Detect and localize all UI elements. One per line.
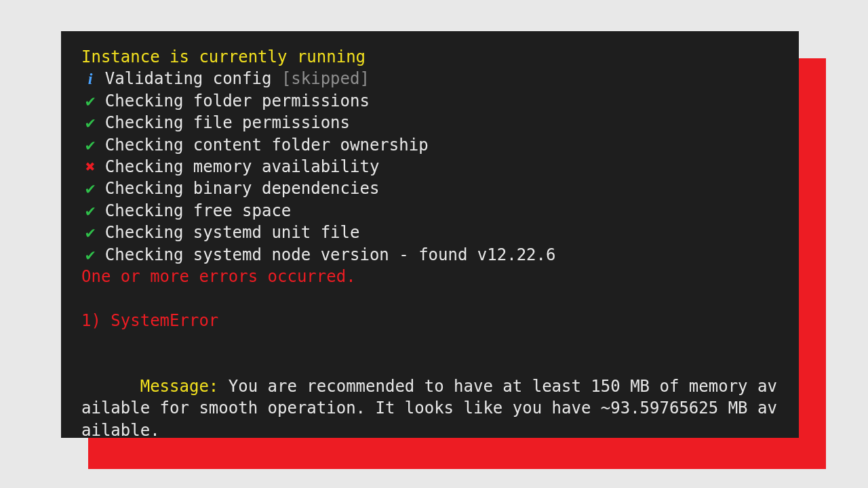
check-text: Checking binary dependencies xyxy=(105,179,380,198)
checks-list: iValidating config [skipped]✔Checking fo… xyxy=(81,68,778,266)
check-text: Checking folder permissions xyxy=(105,92,370,110)
check-line: ✔Checking free space xyxy=(81,200,778,222)
check-line: ✔Checking binary dependencies xyxy=(81,178,778,199)
check-icon: ✔ xyxy=(81,244,99,266)
check-extra: [skipped] xyxy=(281,69,370,88)
blank-line xyxy=(81,287,778,309)
cross-icon: ✖ xyxy=(81,156,99,178)
check-line: ✔Checking systemd unit file xyxy=(81,222,778,243)
check-line: ✔Checking systemd node version - found v… xyxy=(81,244,778,266)
check-icon: ✔ xyxy=(81,178,99,199)
header-line: Instance is currently running xyxy=(81,46,778,68)
check-text: Validating config xyxy=(105,69,281,88)
check-icon: ✔ xyxy=(81,112,99,134)
check-icon: ✔ xyxy=(81,222,99,243)
check-line: ✔Checking file permissions xyxy=(81,112,778,134)
check-line: ✖Checking memory availability xyxy=(81,156,778,178)
error-summary: One or more errors occurred. xyxy=(81,266,778,287)
check-icon: ✔ xyxy=(81,134,99,156)
blank-line xyxy=(81,331,778,353)
error-message: Message: You are recommended to have at … xyxy=(81,353,778,438)
terminal-card: Instance is currently running iValidatin… xyxy=(61,31,807,450)
check-text: Checking free space xyxy=(105,201,292,220)
check-text: Checking systemd node version - found v1… xyxy=(105,245,556,264)
check-text: Checking systemd unit file xyxy=(105,223,360,242)
check-line: ✔Checking folder permissions xyxy=(81,90,778,112)
check-text: Checking memory availability xyxy=(105,157,380,176)
info-icon: i xyxy=(81,68,99,89)
error-heading: 1) SystemError xyxy=(81,310,778,331)
check-text: Checking content folder ownership xyxy=(105,136,429,155)
check-text: Checking file permissions xyxy=(105,113,350,132)
check-line: ✔Checking content folder ownership xyxy=(81,134,778,156)
check-icon: ✔ xyxy=(81,90,99,112)
message-label: Message: xyxy=(140,377,229,396)
terminal-output: Instance is currently running iValidatin… xyxy=(61,31,799,438)
check-icon: ✔ xyxy=(81,200,99,222)
check-line: iValidating config [skipped] xyxy=(81,68,778,89)
